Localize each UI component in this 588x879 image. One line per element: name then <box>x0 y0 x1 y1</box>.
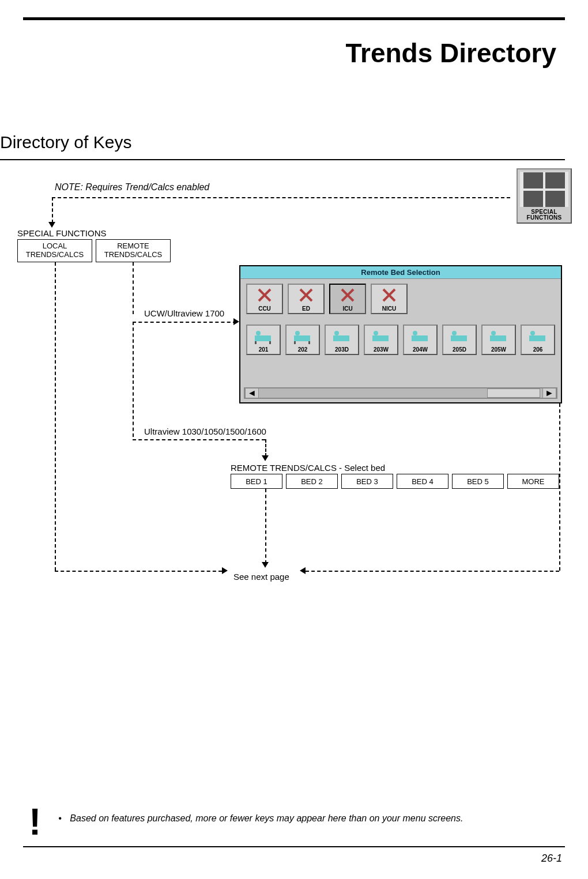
remote-bed-title: Remote Bed Selection <box>240 266 561 279</box>
special-functions-label: SPECIAL FUNCTIONS <box>17 228 106 238</box>
special-functions-icon[interactable]: SPECIAL FUNCTIONS <box>517 168 572 224</box>
see-next-page: See next page <box>233 572 289 582</box>
svg-rect-9 <box>333 335 349 341</box>
svg-point-18 <box>491 331 496 335</box>
svg-rect-13 <box>412 335 428 341</box>
bed4-button[interactable]: BED 4 <box>397 474 448 489</box>
page-title: Trends Directory <box>345 37 556 69</box>
svg-rect-4 <box>269 341 271 344</box>
bed2-button[interactable]: BED 2 <box>286 474 338 489</box>
svg-rect-5 <box>294 335 310 341</box>
svg-rect-17 <box>490 335 506 341</box>
bed5-button[interactable]: BED 5 <box>452 474 504 489</box>
svg-point-14 <box>413 331 417 335</box>
bed3-button[interactable]: BED 3 <box>341 474 393 489</box>
bed-203d[interactable]: 203D <box>325 325 359 355</box>
bed-205w[interactable]: 205W <box>481 325 516 355</box>
svg-point-2 <box>256 331 261 335</box>
svg-rect-8 <box>308 341 310 344</box>
svg-point-12 <box>374 331 378 335</box>
bed-scrollbar[interactable]: ◄ ► <box>244 387 557 399</box>
bed-202[interactable]: 202 <box>285 325 320 355</box>
svg-rect-19 <box>529 335 545 341</box>
special-icon-caption: SPECIAL FUNCTIONS <box>518 209 571 222</box>
svg-point-20 <box>530 331 535 335</box>
bed-204w[interactable]: 204W <box>403 325 438 355</box>
unit-ccu[interactable]: CCU <box>246 284 283 314</box>
more-button[interactable]: MORE <box>507 474 559 489</box>
bed-203w[interactable]: 203W <box>364 325 398 355</box>
enable-note: NOTE: Requires Trend/Calcs enabled <box>55 182 209 193</box>
bed-205d[interactable]: 205D <box>442 325 477 355</box>
svg-rect-3 <box>255 341 257 344</box>
svg-rect-11 <box>372 335 389 341</box>
svg-point-16 <box>452 331 457 335</box>
local-trends-button[interactable]: LOCALTRENDS/CALCS <box>17 239 92 262</box>
svg-rect-1 <box>255 335 271 341</box>
important-note: ! •Based on features purchased, more or … <box>29 811 565 833</box>
scroll-right-icon[interactable]: ► <box>542 388 556 398</box>
remote-bed-selection-window: Remote Bed Selection CCU ED ICU NICU 201… <box>239 265 562 403</box>
section-heading: Directory of Keys <box>0 133 131 152</box>
scroll-thumb[interactable] <box>487 388 540 398</box>
page-number: 26-1 <box>541 852 562 865</box>
svg-point-6 <box>295 331 300 335</box>
svg-rect-7 <box>294 341 296 344</box>
unit-ed[interactable]: ED <box>288 284 325 314</box>
bed1-button[interactable]: BED 1 <box>231 474 282 489</box>
bed-206[interactable]: 206 <box>521 325 555 355</box>
diagram: NOTE: Requires Trend/Calcs enabled SPECI… <box>0 161 576 680</box>
scroll-left-icon[interactable]: ◄ <box>245 388 259 398</box>
remote-select-label: REMOTE TRENDS/CALCS - Select bed <box>231 463 385 473</box>
remote-trends-button[interactable]: REMOTETRENDS/CALCS <box>96 239 171 262</box>
exclamation-icon: ! <box>29 811 41 833</box>
svg-point-0 <box>263 293 266 297</box>
svg-rect-15 <box>451 335 467 341</box>
bed-201[interactable]: 201 <box>246 325 281 355</box>
unit-nicu[interactable]: NICU <box>371 284 408 314</box>
svg-point-10 <box>334 331 339 335</box>
ultraview-label: Ultraview 1030/1050/1500/1600 <box>144 427 266 436</box>
unit-icu[interactable]: ICU <box>329 284 366 314</box>
ucw-label: UCW/Ultraview 1700 <box>144 308 224 318</box>
